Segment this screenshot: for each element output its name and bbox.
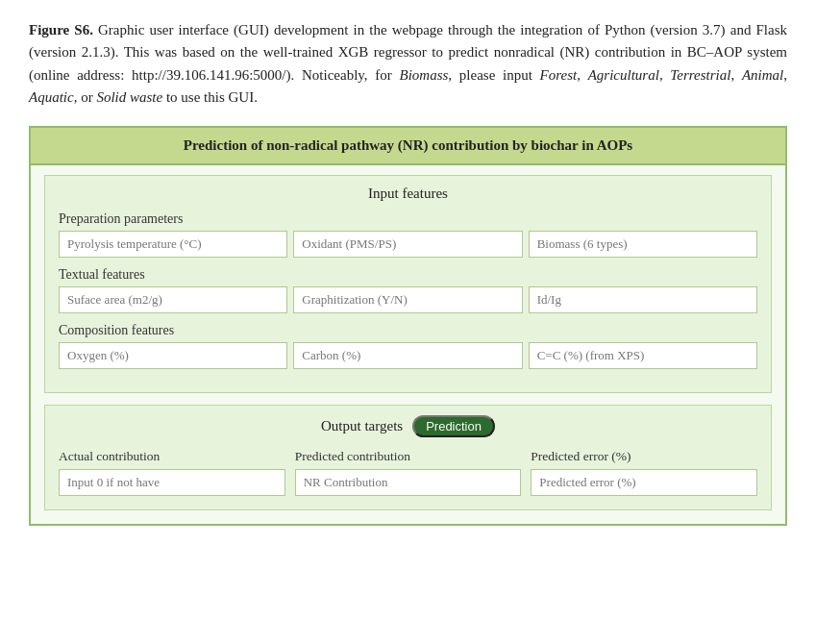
gui-title: Prediction of non-radical pathway (NR) c…: [184, 137, 632, 153]
caption-italic6: Aquatic: [29, 89, 74, 105]
caption-text2: , please input: [448, 67, 539, 83]
figure-label: Figure S6.: [29, 22, 93, 37]
caption-italic4: Terrestrial: [670, 67, 730, 83]
gui-container: Prediction of non-radical pathway (NR) c…: [29, 126, 787, 526]
caption-text3: , or: [74, 89, 97, 105]
cc-xps-input[interactable]: [529, 342, 757, 369]
caption-comma3: ,: [659, 67, 670, 83]
carbon-input[interactable]: [293, 342, 522, 369]
caption-italic3: Agricultural: [588, 67, 659, 83]
gui-body: Input features Preparation parameters Te…: [31, 165, 785, 524]
feature-group-composition: Composition features: [59, 323, 757, 369]
output-columns: Actual contribution Predicted contributi…: [59, 449, 757, 496]
caption-comma5: ,: [783, 67, 787, 83]
caption-text4: to use this GUI.: [162, 89, 258, 105]
caption-comma4: ,: [730, 67, 741, 83]
pyrolysis-temp-input[interactable]: [59, 231, 287, 258]
predicted-contribution-col: Predicted contribution: [295, 449, 522, 496]
output-title: Output targets: [321, 418, 403, 434]
caption-italic7: Solid waste: [96, 89, 162, 105]
caption-italic1: Biomass: [400, 67, 449, 83]
group-label-composition: Composition features: [59, 323, 757, 338]
predicted-error-label: Predicted error (%): [531, 449, 631, 464]
caption-italic2: Forest: [540, 67, 578, 83]
textual-inputs-row: [59, 286, 757, 313]
output-title-row: Output targets Prediction: [59, 415, 757, 437]
caption-italic5: Animal: [742, 67, 783, 83]
graphitization-input[interactable]: [293, 286, 522, 313]
output-targets-section: Output targets Prediction Actual contrib…: [44, 405, 772, 510]
preparation-inputs-row: [59, 231, 757, 258]
actual-contribution-label: Actual contribution: [59, 449, 160, 464]
surface-area-input[interactable]: [59, 286, 287, 313]
actual-contribution-col: Actual contribution: [59, 449, 285, 496]
predicted-contribution-input[interactable]: [295, 469, 522, 496]
group-label-textual: Textual features: [59, 267, 757, 283]
gui-title-bar: Prediction of non-radical pathway (NR) c…: [31, 128, 785, 165]
composition-inputs-row: [59, 342, 757, 369]
predicted-error-col: Predicted error (%): [531, 449, 757, 496]
group-label-preparation: Preparation parameters: [59, 211, 757, 227]
id-ig-input[interactable]: [529, 286, 757, 313]
figure-caption: Figure S6. Graphic user interface (GUI) …: [29, 19, 787, 109]
prediction-button[interactable]: Prediction: [412, 415, 495, 437]
oxygen-input[interactable]: [59, 342, 287, 369]
predicted-error-input[interactable]: [531, 469, 757, 496]
predicted-contribution-label: Predicted contribution: [295, 449, 410, 464]
biomass-input[interactable]: [529, 231, 757, 258]
input-features-title: Input features: [59, 186, 757, 202]
feature-group-preparation: Preparation parameters: [59, 211, 757, 258]
oxidant-input[interactable]: [293, 231, 522, 258]
input-features-section: Input features Preparation parameters Te…: [44, 175, 772, 393]
actual-contribution-input[interactable]: [59, 469, 285, 496]
caption-comma2: ,: [577, 67, 587, 83]
feature-group-textual: Textual features: [59, 267, 757, 313]
